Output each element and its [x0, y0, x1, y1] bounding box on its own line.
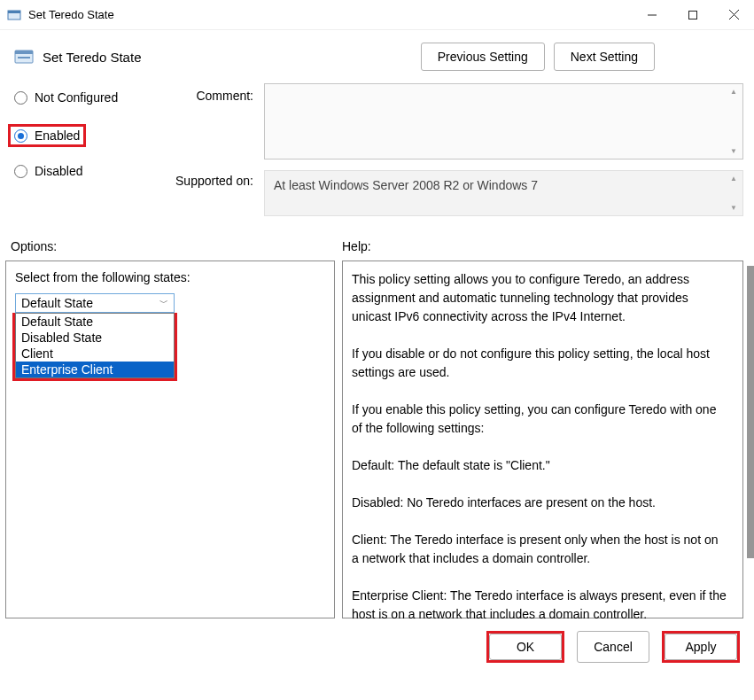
help-text: This policy setting allows you to config… — [352, 270, 728, 624]
scroll-down-icon: ▼ — [730, 204, 737, 212]
close-button[interactable] — [713, 1, 754, 29]
minimize-button[interactable] — [632, 1, 672, 29]
state-dropdown[interactable]: Default State Disabled State Client Ente… — [15, 313, 175, 378]
scroll-up-icon: ▲ — [730, 88, 737, 96]
svg-rect-1 — [8, 11, 20, 13]
scrollbar[interactable] — [747, 266, 754, 558]
radio-label: Not Configured — [35, 90, 118, 105]
options-label: Options: — [11, 239, 342, 253]
next-setting-button[interactable]: Next Setting — [554, 43, 655, 71]
state-radios: Not Configured Enabled Disabled — [0, 80, 163, 216]
policy-icon — [14, 47, 34, 66]
options-prompt: Select from the following states: — [15, 270, 325, 284]
svg-rect-7 — [15, 51, 33, 54]
radio-disabled[interactable]: Disabled — [11, 162, 163, 180]
state-select[interactable]: Default State ﹀ — [15, 293, 175, 313]
titlebar: Set Teredo State — [0, 0, 754, 30]
comment-label: Comment: — [163, 89, 264, 122]
dropdown-item[interactable]: Disabled State — [16, 330, 174, 346]
svg-rect-3 — [689, 11, 697, 19]
help-panel: This policy setting allows you to config… — [342, 261, 743, 618]
supported-label: Supported on: — [163, 174, 264, 207]
radio-enabled[interactable]: Enabled — [11, 127, 83, 144]
window-controls — [632, 1, 754, 29]
radio-not-configured[interactable]: Not Configured — [11, 89, 163, 106]
dropdown-item[interactable]: Client — [16, 346, 174, 362]
cancel-button[interactable]: Cancel — [577, 631, 649, 663]
app-icon — [7, 8, 21, 22]
dialog-buttons: OK Cancel Apply — [0, 618, 754, 675]
header: Set Teredo State Previous Setting Next S… — [0, 30, 754, 80]
maximize-button[interactable] — [672, 1, 713, 29]
scroll-up-icon: ▲ — [730, 175, 737, 183]
previous-setting-button[interactable]: Previous Setting — [421, 43, 545, 71]
help-label: Help: — [342, 239, 371, 253]
supported-on-box: At least Windows Server 2008 R2 or Windo… — [264, 170, 743, 216]
page-title: Set Teredo State — [43, 50, 141, 65]
state-select-value: Default State — [21, 296, 93, 310]
svg-rect-8 — [18, 57, 30, 58]
comment-textarea[interactable]: ▲ ▼ — [264, 83, 743, 159]
ok-button[interactable]: OK — [489, 634, 562, 660]
apply-button[interactable]: Apply — [665, 634, 737, 660]
dropdown-item[interactable]: Enterprise Client — [16, 362, 174, 377]
options-panel: Select from the following states: Defaul… — [5, 261, 335, 618]
scroll-down-icon: ▼ — [730, 147, 737, 155]
chevron-down-icon: ﹀ — [159, 297, 168, 309]
field-labels: Comment: Supported on: — [163, 80, 264, 216]
window-title: Set Teredo State — [28, 8, 114, 21]
radio-label: Disabled — [35, 164, 82, 178]
dropdown-item[interactable]: Default State — [16, 314, 174, 330]
radio-label: Enabled — [35, 128, 80, 143]
supported-on-text: At least Windows Server 2008 R2 or Windo… — [274, 178, 538, 192]
